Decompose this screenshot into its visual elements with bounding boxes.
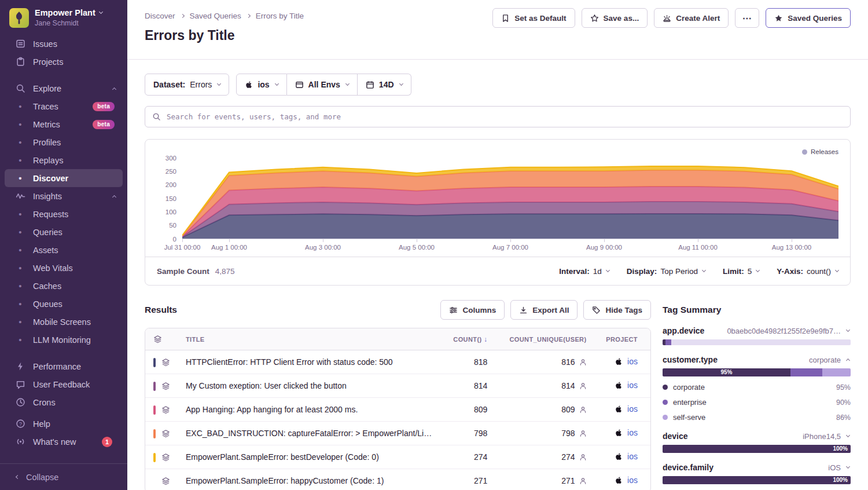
sidebar-item-traces[interactable]: • Traces beta xyxy=(0,97,127,115)
tag-section-device: deviceiPhone14,5100% xyxy=(663,432,851,453)
event-title-link[interactable]: EmpowerPlant.SampleError: happyCustomer … xyxy=(186,476,384,485)
sidebar-item-label: Insights xyxy=(33,192,62,201)
date-range-selector[interactable]: 14D xyxy=(358,74,411,96)
sidebar-item-metrics[interactable]: • Metrics beta xyxy=(0,115,127,133)
sidebar-item-web-vitals[interactable]: • Web Vitals xyxy=(0,259,127,277)
bullet-icon: • xyxy=(15,102,25,111)
event-title-link[interactable]: EmpowerPlant.SampleError: bestDeveloper … xyxy=(186,452,379,462)
columns-button[interactable]: Columns xyxy=(440,300,505,320)
sidebar-item-projects[interactable]: Projects xyxy=(0,53,127,71)
apple-icon xyxy=(615,429,623,437)
column-header-title[interactable]: TITLE xyxy=(178,328,442,350)
event-title-link[interactable]: My Custom exeption: User clicked the but… xyxy=(186,381,347,390)
tag-section-header[interactable]: app.device0baebc0de4982f1255f2e9e9fb7… xyxy=(663,326,851,335)
event-title-link[interactable]: HTTPClientError: HTTP Client Error with … xyxy=(186,357,393,367)
tag-legend-row[interactable]: enterprise90% xyxy=(663,398,851,407)
breadcrumb-saved-queries[interactable]: Saved Queries xyxy=(190,12,241,20)
sidebar-collapse-button[interactable]: Collapse xyxy=(0,463,127,490)
yaxis-selector[interactable]: Y-Axis: count() xyxy=(777,267,838,276)
legend-label: corporate xyxy=(673,383,705,392)
apple-icon xyxy=(615,452,623,460)
table-row: App Hanging: App hanging for at least 20… xyxy=(145,398,650,422)
sidebar-item-caches[interactable]: • Caches xyxy=(0,277,127,295)
stacked-area-chart[interactable] xyxy=(182,158,838,239)
sidebar-item-explore[interactable]: Explore xyxy=(0,79,127,97)
sidebar-item-replays[interactable]: • Replays xyxy=(0,151,127,169)
sidebar-item-crons[interactable]: Crons xyxy=(0,393,127,411)
tag-legend-row[interactable]: corporate95% xyxy=(663,383,851,392)
project-link[interactable]: ios xyxy=(627,404,638,414)
sidebar-item-assets[interactable]: • Assets xyxy=(0,241,127,259)
search-bar[interactable] xyxy=(145,106,851,127)
project-link[interactable]: ios xyxy=(627,476,638,485)
project-link[interactable]: ios xyxy=(627,452,638,461)
sidebar-item-performance[interactable]: Performance xyxy=(0,357,127,375)
search-input[interactable] xyxy=(167,112,843,121)
column-header-project[interactable]: PROJECT xyxy=(595,328,650,350)
main-content: Discover Saved Queries Errors by Title E… xyxy=(127,0,868,490)
project-link[interactable]: ios xyxy=(627,357,638,366)
set-as-default-button[interactable]: Set as Default xyxy=(492,8,575,28)
event-title-link[interactable]: EXC_BAD_INSTRUCTION: captureFatalError: … xyxy=(186,429,438,438)
project-selector[interactable]: ios xyxy=(236,74,286,96)
tag-distribution-bar[interactable] xyxy=(663,339,851,345)
tag-distribution-bar[interactable]: 95% xyxy=(663,368,851,376)
column-header-count[interactable]: COUNT() ↓ xyxy=(442,328,496,350)
page-filters: ios All Envs 14D xyxy=(236,74,411,96)
sidebar-item-queries[interactable]: • Queries xyxy=(0,223,127,241)
x-tick-label: Aug 9 00:00 xyxy=(586,244,622,251)
project-link[interactable]: ios xyxy=(627,428,638,437)
series-color-swatch xyxy=(153,477,156,486)
sidebar-item-user-feedback[interactable]: User Feedback xyxy=(0,375,127,393)
sidebar-item-queues[interactable]: • Queues xyxy=(0,295,127,313)
bullet-icon: • xyxy=(15,317,25,326)
count-unique-value: 816 xyxy=(561,357,575,367)
tag-section-header[interactable]: deviceiPhone14,5 xyxy=(663,432,851,441)
hide-tags-button[interactable]: Hide Tags xyxy=(583,300,651,320)
event-title-link[interactable]: App Hanging: App hanging for at least 20… xyxy=(186,405,358,414)
environment-selector[interactable]: All Envs xyxy=(287,74,358,96)
display-selector[interactable]: Display: Top Period xyxy=(627,267,705,276)
export-all-button[interactable]: Export All xyxy=(510,300,578,320)
sidebar-item-label: Crons xyxy=(33,398,56,407)
org-switcher[interactable]: Empower Plant Jane Schmidt xyxy=(0,7,127,35)
tag-distribution-bar[interactable]: 100% xyxy=(663,445,851,453)
x-tick-label: Aug 3 00:00 xyxy=(305,244,341,251)
bullet-icon: • xyxy=(15,246,25,254)
sidebar-item-mobile-screens[interactable]: • Mobile Screens xyxy=(0,313,127,331)
interval-selector[interactable]: Interval: 1d xyxy=(559,267,609,276)
bullet-icon: • xyxy=(15,299,25,308)
count-value: 818 xyxy=(474,357,487,367)
more-options-button[interactable]: ⋯ xyxy=(735,8,759,28)
column-header-count-unique[interactable]: COUNT_UNIQUE(USER) xyxy=(495,328,594,350)
sidebar-item-issues[interactable]: Issues xyxy=(0,35,127,53)
help-icon: ? xyxy=(15,419,25,429)
chart-legend[interactable]: Releases xyxy=(157,147,838,157)
tag-distribution-bar[interactable]: 100% xyxy=(663,476,851,484)
tag-section-header[interactable]: customer.typecorporate xyxy=(663,355,851,364)
create-alert-button[interactable]: Create Alert xyxy=(654,8,729,28)
project-link[interactable]: ios xyxy=(627,381,638,390)
sidebar-item-insights[interactable]: Insights xyxy=(0,187,127,205)
tag-sections: app.device0baebc0de4982f1255f2e9e9fb7…cu… xyxy=(663,326,851,490)
sidebar-item-help[interactable]: ? Help xyxy=(0,415,127,433)
tag-summary-title: Tag Summary xyxy=(663,305,721,315)
tag-section-header[interactable]: device.familyiOS xyxy=(663,463,851,472)
saved-queries-button[interactable]: Saved Queries xyxy=(766,8,851,28)
x-tick-label: Aug 11 00:00 xyxy=(678,244,718,251)
sidebar-item-llm-monitoring[interactable]: • LLM Monitoring xyxy=(0,331,127,349)
breadcrumb-discover[interactable]: Discover xyxy=(145,12,175,20)
sidebar-item-discover[interactable]: • Discover xyxy=(5,169,123,187)
count-value: 809 xyxy=(474,405,487,414)
sidebar-item-requests[interactable]: • Requests xyxy=(0,205,127,223)
dataset-selector[interactable]: Dataset: Errors xyxy=(145,74,229,96)
sidebar-item-label: What's new xyxy=(33,437,76,447)
sidebar-item-whats-new[interactable]: What's new 1 xyxy=(0,433,127,451)
save-as-button[interactable]: Save as... xyxy=(582,8,648,28)
results-column: Results Columns Export All xyxy=(145,299,651,490)
sidebar-item-profiles[interactable]: • Profiles xyxy=(0,133,127,151)
limit-selector[interactable]: Limit: 5 xyxy=(723,267,759,276)
breadcrumb-current: Errors by Title xyxy=(256,12,304,20)
tag-legend-row[interactable]: self-serve86% xyxy=(663,413,851,422)
results-title: Results xyxy=(145,305,177,315)
